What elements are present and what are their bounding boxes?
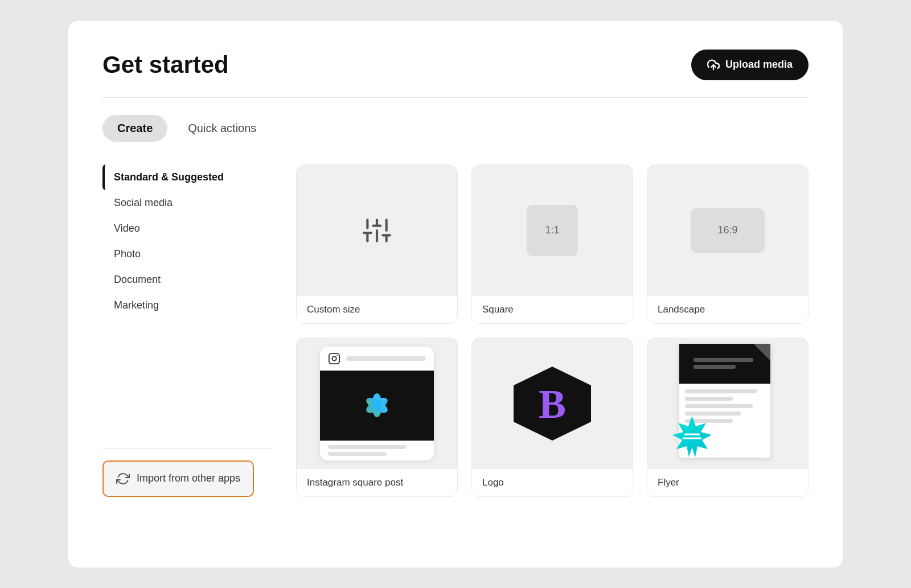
- flyer-wrapper: [679, 344, 776, 463]
- sidebar-divider: [102, 449, 273, 449]
- insta-line-1: [328, 445, 407, 449]
- flyer-line-2: [685, 397, 733, 401]
- svg-point-15: [372, 400, 382, 410]
- tab-quick-actions[interactable]: Quick actions: [173, 115, 271, 142]
- custom-size-label: Custom size: [297, 296, 457, 323]
- sidebar-item-document[interactable]: Document: [102, 267, 273, 293]
- sidebar-item-video[interactable]: Video: [102, 216, 273, 241]
- instagram-icon: [328, 352, 340, 365]
- import-icon: [116, 472, 130, 486]
- upload-button-label: Upload media: [725, 59, 793, 71]
- upload-media-button[interactable]: Upload media: [691, 50, 809, 80]
- header: Get started Upload media: [102, 50, 809, 80]
- insta-image: [320, 371, 434, 441]
- sidebar-item-standard[interactable]: Standard & Suggested: [102, 165, 273, 190]
- square-label: Square: [472, 296, 633, 323]
- flyer-header: [679, 344, 770, 384]
- square-ratio-box: 1:1: [527, 205, 578, 256]
- logo-label: Logo: [472, 469, 633, 496]
- svg-text:B: B: [539, 381, 566, 427]
- custom-size-preview: [297, 165, 457, 296]
- sliders-icon: [363, 216, 391, 245]
- sidebar-item-photo[interactable]: Photo: [102, 241, 273, 267]
- upload-icon: [707, 59, 720, 71]
- card-square[interactable]: 1:1 Square: [471, 165, 633, 324]
- flyer-header-line-2: [693, 365, 736, 369]
- flyer-badge-icon: [671, 415, 713, 458]
- card-instagram[interactable]: Instagram square post: [296, 338, 458, 497]
- tabs-container: Create Quick actions: [102, 115, 809, 142]
- card-flyer[interactable]: Flyer: [647, 338, 809, 497]
- page-title: Get started: [102, 51, 229, 79]
- import-button-label: Import from other apps: [137, 472, 240, 484]
- insta-line-2: [328, 452, 387, 456]
- square-preview: 1:1: [472, 165, 633, 296]
- body-layout: Standard & Suggested Social media Video …: [102, 165, 809, 497]
- landscape-preview: 16:9: [647, 165, 808, 296]
- flyer-label: Flyer: [647, 469, 808, 496]
- logo-preview: B: [472, 338, 633, 469]
- content-area: Custom size 1:1 Square 16:9: [296, 165, 809, 497]
- card-logo[interactable]: B Logo: [471, 338, 633, 497]
- svg-marker-18: [672, 416, 712, 457]
- flyer-line-1: [685, 389, 757, 393]
- sidebar-item-social[interactable]: Social media: [102, 190, 273, 216]
- landscape-ratio-box: 16:9: [691, 208, 765, 253]
- card-custom-size[interactable]: Custom size: [296, 165, 458, 324]
- svg-rect-10: [329, 353, 339, 363]
- insta-top-line: [346, 356, 426, 361]
- logo-shape: B: [507, 364, 598, 443]
- sidebar-nav: Standard & Suggested Social media Video …: [102, 165, 273, 318]
- insta-bottom: [320, 441, 434, 460]
- import-from-other-apps-button[interactable]: Import from other apps: [102, 460, 254, 497]
- sidebar-item-marketing[interactable]: Marketing: [102, 293, 273, 318]
- card-grid: Custom size 1:1 Square 16:9: [296, 165, 809, 497]
- main-container: Get started Upload media Create Quick ac…: [68, 21, 843, 568]
- sidebar-footer: Import from other apps: [102, 437, 273, 497]
- spark-flower-icon: [360, 388, 394, 422]
- card-landscape[interactable]: 16:9 Landscape: [647, 165, 809, 324]
- flyer-fold: [753, 344, 770, 361]
- instagram-label: Instagram square post: [297, 469, 457, 496]
- flyer-preview: [647, 338, 808, 469]
- insta-top: [320, 347, 434, 371]
- sidebar: Standard & Suggested Social media Video …: [102, 165, 273, 497]
- instagram-mock: [320, 347, 434, 460]
- flyer-line-3: [685, 404, 753, 408]
- tab-create[interactable]: Create: [102, 115, 167, 142]
- instagram-preview: [297, 338, 457, 469]
- landscape-label: Landscape: [647, 296, 808, 323]
- flyer-header-line-1: [693, 358, 753, 362]
- header-divider: [102, 97, 809, 98]
